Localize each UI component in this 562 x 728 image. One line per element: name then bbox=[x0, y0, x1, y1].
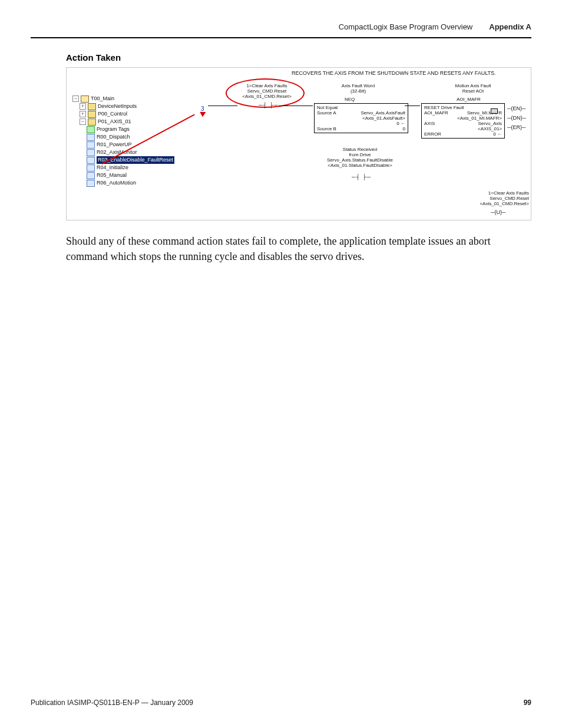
routine-icon bbox=[87, 157, 95, 164]
rung-wire bbox=[405, 106, 420, 106]
tree-item[interactable]: R04_Initialize bbox=[97, 164, 128, 172]
footer-publication: Publication IASIMP-QS011B-EN-P — January… bbox=[31, 699, 193, 707]
routine-icon bbox=[87, 172, 95, 179]
routine-icon bbox=[87, 134, 95, 141]
header-appendix: Appendix A bbox=[489, 22, 531, 31]
header-title: CompactLogix Base Program Overview bbox=[339, 22, 473, 31]
aoi-row2: AXISServo_Axis bbox=[424, 121, 502, 126]
page-footer: Publication IASIMP-QS011B-EN-P — January… bbox=[31, 699, 531, 707]
aoi-row1-tag: <Axis_01_MI.MAFR> bbox=[424, 116, 502, 121]
xic-contact-icon: ─┤ ├─ bbox=[259, 102, 278, 108]
xic-label: 1=Clear Axis Faults Servo_CMD.Reset <Axi… bbox=[237, 83, 296, 99]
aoi-title: Motion Axis Fault Reset AOI bbox=[438, 83, 508, 94]
neq-title: Axis Fault Word (32-Bit) bbox=[326, 83, 391, 94]
collapse-icon[interactable] bbox=[72, 95, 79, 102]
otu-label: 1=Clear Axis Faults Servo_CMD.Reset <Axi… bbox=[467, 190, 529, 206]
page-header: CompactLogix Base Program Overview Appen… bbox=[31, 22, 531, 31]
ladder-screenshot: RECOVERS THE AXIS FROM THE SHUTDOWN STAT… bbox=[66, 67, 531, 220]
task-icon bbox=[81, 95, 89, 103]
routine-icon bbox=[87, 149, 95, 156]
tree-item[interactable]: P00_Control bbox=[98, 110, 127, 118]
routine-icon bbox=[87, 180, 95, 187]
program-icon bbox=[88, 118, 96, 126]
expand-icon[interactable] bbox=[80, 111, 86, 117]
program-icon bbox=[88, 111, 96, 118]
neq-short: NEQ bbox=[345, 97, 355, 102]
aoi-dn: ─(DN)─ bbox=[507, 115, 526, 121]
tree-item[interactable]: R01_PowerUP bbox=[97, 141, 132, 149]
rung-wire bbox=[279, 106, 313, 106]
project-tree: T00_Main DeviceNetInputs P00_Control P01… bbox=[72, 95, 174, 187]
tree-root[interactable]: T00_Main bbox=[91, 95, 114, 103]
neq-src-a-tag: <Axis_01.AxisFault> bbox=[317, 116, 405, 121]
section-heading: Action Taken bbox=[66, 52, 531, 62]
tree-item[interactable]: P01_AXIS_01 bbox=[98, 118, 131, 126]
page: CompactLogix Base Program Overview Appen… bbox=[0, 0, 562, 728]
neq-src-a-val: 0 ← bbox=[317, 121, 405, 126]
aoi-short: AOI_MAFR bbox=[457, 97, 481, 102]
tree-item[interactable]: R06_AutoMotion bbox=[97, 179, 136, 187]
aoi-ellipsis-button[interactable]: … bbox=[491, 108, 498, 114]
body-paragraph: Should any of these command action state… bbox=[66, 233, 531, 264]
program-icon bbox=[88, 103, 96, 110]
neq-src-b: Source B0 bbox=[317, 126, 405, 131]
tree-item[interactable]: Program Tags bbox=[97, 126, 130, 133]
neq-label: Not Equal bbox=[317, 105, 405, 110]
rung-wire bbox=[208, 106, 237, 106]
routine-icon bbox=[87, 164, 95, 172]
aoi-er: ─(ER)─ bbox=[507, 124, 525, 130]
xic2-label: Status Received from Drive Servo_Axis.St… bbox=[313, 147, 407, 168]
xic2-contact-icon: ─┤ ├─ bbox=[352, 174, 371, 180]
expand-icon[interactable] bbox=[80, 103, 86, 110]
neq-instruction: Not Equal Source AServo_Axis.AxisFault <… bbox=[314, 103, 408, 133]
callout-arrowhead bbox=[200, 109, 207, 117]
tree-item[interactable]: R00_Dispatch bbox=[97, 133, 130, 141]
tree-item[interactable]: R05_Manual bbox=[97, 172, 127, 179]
aoi-en: ─(EN)─ bbox=[507, 106, 525, 111]
rung-comment: RECOVERS THE AXIS FROM THE SHUTDOWN STAT… bbox=[292, 70, 496, 76]
tree-item[interactable]: DeviceNetInputs bbox=[98, 103, 137, 110]
footer-page-number: 99 bbox=[524, 699, 531, 707]
otu-coil-icon: ─(U)─ bbox=[491, 209, 505, 215]
neq-src-a: Source AServo_Axis.AxisFault bbox=[317, 110, 405, 116]
aoi-row2-tag: <AXIS_01> bbox=[424, 126, 502, 131]
collapse-icon[interactable] bbox=[80, 118, 86, 125]
tags-icon bbox=[87, 126, 95, 133]
routine-icon bbox=[87, 141, 95, 149]
header-rule bbox=[31, 37, 531, 38]
aoi-row3: ERROR0 ← bbox=[424, 131, 502, 137]
